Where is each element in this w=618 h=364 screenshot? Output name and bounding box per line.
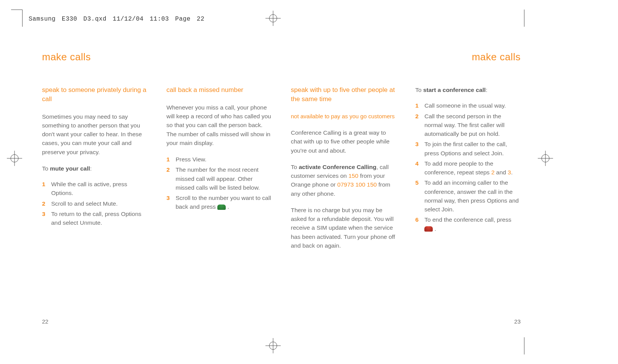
- text: .: [433, 225, 436, 232]
- body-text: Conference Calling is a great way to cha…: [291, 128, 396, 155]
- left-col-2: call back a missed number Whenever you m…: [167, 85, 272, 229]
- left-col-1: speak to someone privately during a call…: [42, 85, 147, 229]
- bold-text: mute your call: [50, 165, 90, 172]
- phone-number: 07973 100 150: [337, 181, 377, 188]
- step-number: 1: [415, 101, 424, 110]
- folio-right: 23: [514, 317, 521, 326]
- step-text: Scroll to the number you want to call ba…: [176, 193, 272, 211]
- step-item: 2The number for the most recent missed c…: [167, 165, 272, 192]
- running-head-left: make calls: [42, 50, 272, 64]
- step-item: 2Call the second person in the normal wa…: [415, 112, 521, 139]
- text: .: [226, 203, 229, 210]
- text: .: [511, 169, 513, 176]
- print-slug: Samsung E330 D3.qxd 11/12/04 11:03 Page …: [29, 14, 204, 24]
- text: :: [486, 87, 487, 93]
- bold-text: activate Conference Calling: [299, 164, 376, 170]
- body-text: Whenever you miss a call, your phone wil…: [167, 103, 272, 147]
- text: To end the conference call, press: [424, 216, 511, 223]
- page-right: make calls speak with up to five other p…: [280, 38, 536, 326]
- step-text: Call the second person in the normal way…: [424, 112, 521, 139]
- step-item: 4To add more people to the conference, r…: [415, 159, 521, 177]
- steps-conference: 1Call someone in the usual way. 2Call th…: [415, 101, 521, 233]
- bold-text: start a conference call: [423, 87, 486, 93]
- subhead-callback: call back a missed number: [167, 85, 272, 95]
- step-text: Press View.: [176, 155, 272, 164]
- step-number: 2: [167, 165, 176, 174]
- step-text: To add an incoming caller to the confere…: [424, 178, 521, 214]
- step-number: 6: [415, 215, 424, 224]
- step-text: Call someone in the usual way.: [424, 101, 521, 110]
- subhead-private-call: speak to someone privately during a call: [42, 85, 147, 104]
- registration-mark-icon: [538, 151, 553, 166]
- step-ref: 2: [491, 169, 495, 176]
- text: The number of calls missed will show in …: [167, 131, 270, 146]
- step-item: 5To add an incoming caller to the confer…: [415, 178, 521, 214]
- step-number: 4: [415, 159, 424, 168]
- step-item: 3To return to the call, press Options an…: [42, 209, 147, 227]
- text: :: [90, 165, 92, 172]
- end-call-key-icon: [424, 226, 433, 232]
- phone-number: 150: [348, 172, 358, 179]
- page-spread: make calls speak to someone privately du…: [27, 38, 536, 326]
- crop-mark: [524, 337, 524, 354]
- running-head-right: make calls: [291, 50, 521, 64]
- right-col-2: To start a conference call: 1Call someon…: [415, 85, 521, 258]
- step-ref: 3: [508, 169, 511, 176]
- step-text: To add more people to the conference, re…: [424, 159, 521, 177]
- registration-mark-icon: [7, 151, 22, 166]
- text: To: [291, 164, 299, 170]
- step-text: To end the conference call, press .: [424, 215, 521, 233]
- text: Whenever you miss a call, your phone wil…: [167, 104, 271, 129]
- step-number: 5: [415, 178, 424, 187]
- step-number: 1: [167, 155, 176, 164]
- crop-mark: [524, 10, 524, 27]
- lead-mute: To mute your call:: [42, 164, 147, 173]
- step-number: 2: [42, 199, 51, 208]
- right-col-1: speak with up to five other people at th…: [291, 85, 396, 258]
- step-item: 3Scroll to the number you want to call b…: [167, 193, 272, 211]
- step-text: To join the first caller to the call, pr…: [424, 140, 521, 158]
- step-item: 3To join the first caller to the call, p…: [415, 140, 521, 158]
- step-number: 2: [415, 112, 424, 121]
- page-left: make calls speak to someone privately du…: [27, 38, 280, 326]
- body-text: There is no charge but you may be asked …: [291, 206, 396, 250]
- text: To: [415, 87, 423, 93]
- step-item: 2Scroll to and select Mute.: [42, 199, 147, 208]
- registration-mark-icon: [265, 338, 281, 353]
- text: To: [42, 165, 50, 172]
- text: To add more people to the conference, re…: [424, 160, 493, 176]
- call-key-icon: [217, 205, 226, 210]
- step-item: 1Press View.: [167, 155, 272, 164]
- step-item: 6To end the conference call, press .: [415, 215, 521, 233]
- steps-mute: 1While the call is active, press Options…: [42, 180, 147, 227]
- step-item: 1While the call is active, press Options…: [42, 180, 147, 198]
- lead-start-conference: To start a conference call:: [415, 85, 521, 94]
- step-item: 1Call someone in the usual way.: [415, 101, 521, 110]
- step-text: While the call is active, press Options.: [51, 180, 147, 198]
- step-number: 3: [42, 209, 51, 218]
- folio-left: 22: [42, 317, 49, 326]
- subhead-conference: speak with up to five other people at th…: [291, 85, 396, 104]
- step-number: 3: [415, 140, 424, 148]
- steps-callback: 1Press View. 2The number for the most re…: [167, 155, 272, 211]
- registration-mark-icon: [265, 11, 281, 26]
- text: and: [495, 169, 508, 176]
- body-text: Sometimes you may need to say something …: [42, 112, 147, 156]
- step-number: 3: [167, 193, 176, 202]
- step-number: 1: [42, 180, 51, 188]
- body-text: To activate Conference Calling, call cus…: [291, 163, 396, 198]
- step-text: To return to the call, press Options and…: [51, 209, 147, 227]
- step-text: The number for the most recent missed ca…: [176, 165, 272, 192]
- step-text: Scroll to and select Mute.: [51, 199, 147, 208]
- availability-note: not available to pay as you go customers: [291, 112, 396, 121]
